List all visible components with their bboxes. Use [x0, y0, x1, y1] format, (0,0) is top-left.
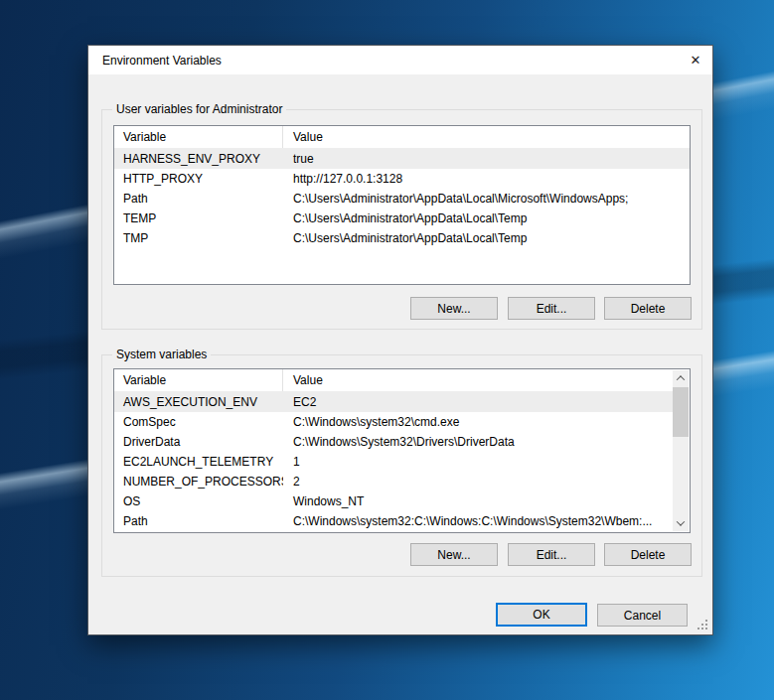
system-list-scrollbar[interactable] [673, 370, 689, 531]
system-new-button[interactable]: New... [410, 543, 498, 566]
user-variable-row[interactable]: HTTP_PROXY http://127.0.0.1:3128 [114, 169, 690, 189]
variable-value: C:\Users\Administrator\AppData\Local\Mic… [283, 192, 690, 206]
system-variable-row[interactable]: AWS_EXECUTION_ENV EC2 [114, 392, 673, 412]
variable-name: HARNESS_ENV_PROXY [114, 152, 283, 166]
desktop-wallpaper: Environment Variables ✕ User variables f… [0, 0, 774, 700]
user-new-button[interactable]: New... [410, 297, 498, 320]
variable-name: EC2LAUNCH_TELEMETRY [114, 455, 283, 469]
user-variable-row[interactable]: HARNESS_ENV_PROXY true [114, 149, 690, 169]
system-delete-button[interactable]: Delete [604, 543, 692, 566]
user-variables-list[interactable]: Variable Value HARNESS_ENV_PROXY true HT… [113, 125, 691, 285]
system-variable-row[interactable]: OS Windows_NT [114, 491, 673, 511]
system-list-body: AWS_EXECUTION_ENV EC2 ComSpec C:\Windows… [114, 392, 673, 531]
variable-name: OS [114, 494, 283, 508]
system-edit-button[interactable]: Edit... [508, 543, 595, 566]
variable-name: TMP [114, 231, 283, 245]
variable-value: true [283, 152, 690, 166]
variable-value: Windows_NT [283, 494, 673, 508]
system-list-header: Variable Value [114, 369, 673, 392]
variable-name: AWS_EXECUTION_ENV [114, 395, 283, 409]
dialog-titlebar[interactable]: Environment Variables ✕ [88, 46, 712, 74]
user-column-header-variable[interactable]: Variable [114, 126, 283, 148]
variable-name: Path [114, 514, 283, 528]
system-variable-row[interactable]: ComSpec C:\Windows\system32\cmd.exe [114, 412, 673, 432]
resize-grip[interactable] [697, 620, 707, 630]
system-column-header-variable[interactable]: Variable [114, 369, 283, 391]
variable-value: C:\Windows\system32:C:\Windows:C:\Window… [283, 514, 673, 528]
variable-name: DriverData [114, 435, 283, 449]
ok-button[interactable]: OK [496, 603, 587, 627]
scroll-down-icon[interactable] [673, 515, 689, 531]
system-variables-group-label: System variables [112, 348, 211, 361]
variable-value: C:\Users\Administrator\AppData\Local\Tem… [283, 211, 690, 225]
variable-name: NUMBER_OF_PROCESSORS [114, 475, 283, 489]
cancel-button[interactable]: Cancel [597, 604, 688, 627]
variable-name: Path [114, 192, 283, 206]
variable-name: TEMP [114, 211, 283, 225]
system-variable-row[interactable]: NUMBER_OF_PROCESSORS 2 [114, 472, 673, 491]
system-variable-row[interactable]: Path C:\Windows\system32:C:\Windows:C:\W… [114, 511, 673, 531]
system-column-header-value[interactable]: Value [283, 369, 673, 391]
system-variable-row[interactable]: DriverData C:\Windows\System32\Drivers\D… [114, 432, 673, 452]
variable-value: EC2 [283, 395, 673, 409]
user-column-header-value[interactable]: Value [283, 126, 690, 148]
variable-value: C:\Users\Administrator\AppData\Local\Tem… [283, 231, 690, 245]
variable-name: ComSpec [114, 415, 283, 429]
dialog-title: Environment Variables [88, 54, 222, 68]
variable-value: C:\Windows\system32\cmd.exe [283, 415, 673, 429]
user-variable-row[interactable]: TEMP C:\Users\Administrator\AppData\Loca… [114, 209, 690, 228]
user-variable-row[interactable]: TMP C:\Users\Administrator\AppData\Local… [114, 228, 690, 248]
user-delete-button[interactable]: Delete [604, 297, 692, 320]
user-variables-group-label: User variables for Administrator [112, 102, 286, 116]
user-list-header: Variable Value [114, 126, 690, 149]
scroll-up-icon[interactable] [673, 370, 689, 386]
scrollbar-thumb[interactable] [673, 387, 689, 437]
close-icon[interactable]: ✕ [679, 46, 712, 74]
variable-name: HTTP_PROXY [114, 172, 283, 186]
user-list-body: HARNESS_ENV_PROXY true HTTP_PROXY http:/… [114, 149, 690, 248]
variable-value: 1 [283, 455, 673, 469]
environment-variables-dialog: Environment Variables ✕ User variables f… [87, 45, 713, 635]
variable-value: 2 [283, 475, 673, 489]
variable-value: http://127.0.0.1:3128 [283, 172, 690, 186]
variable-value: C:\Windows\System32\Drivers\DriverData [283, 435, 673, 449]
user-variable-row[interactable]: Path C:\Users\Administrator\AppData\Loca… [114, 189, 690, 209]
system-variable-row[interactable]: EC2LAUNCH_TELEMETRY 1 [114, 452, 673, 472]
system-variables-list[interactable]: Variable Value AWS_EXECUTION_ENV EC2 Com… [113, 368, 691, 533]
user-edit-button[interactable]: Edit... [508, 297, 595, 320]
